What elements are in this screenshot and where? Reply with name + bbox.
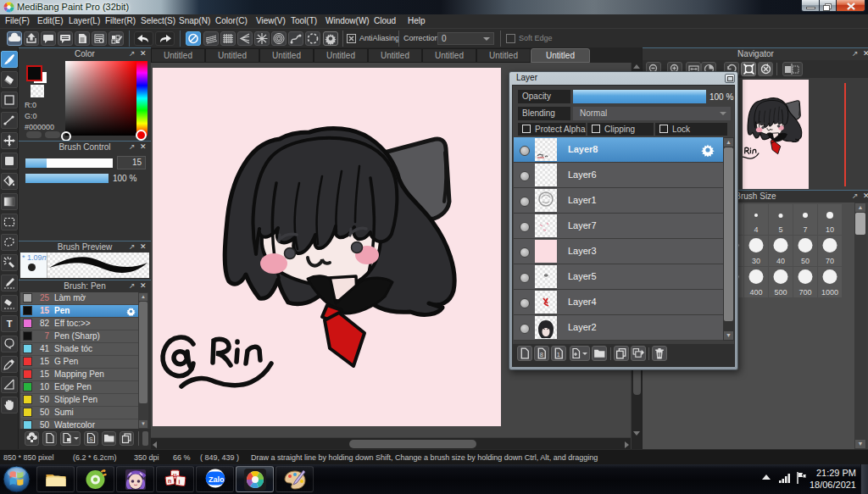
svg-text:n: n [168,478,171,484]
svg-text:1: 1 [557,351,560,358]
svg-text:i: i [178,478,180,484]
svg-text:Zalo: Zalo [209,475,225,484]
svg-text:S: S [89,436,93,442]
svg-text:8: 8 [540,351,543,358]
svg-text:u: u [173,472,176,478]
